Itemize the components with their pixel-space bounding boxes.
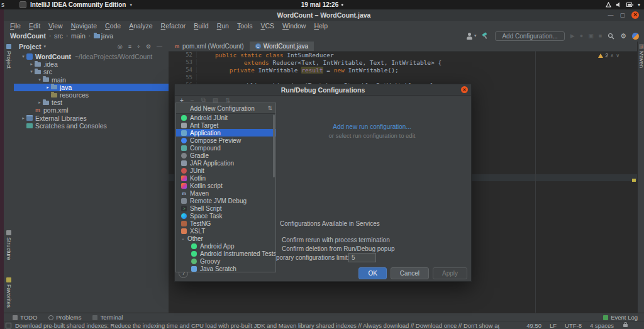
menu-vcs[interactable]: VCS — [260, 22, 274, 30]
close-button[interactable]: ✕ — [631, 11, 639, 19]
code-line[interactable]: 54 private IntWritable result = new IntW… — [169, 66, 637, 74]
config-type-testng[interactable]: TestNG — [176, 220, 275, 227]
config-type-remote-jvm-debug[interactable]: Remote JVM Debug — [176, 197, 275, 204]
add-configuration-button[interactable]: Add Configuration... — [495, 31, 564, 41]
collapse-all-icon[interactable]: ≡ — [128, 43, 131, 50]
build-hammer-icon[interactable] — [482, 32, 489, 40]
config-type-maven[interactable]: mMaven — [176, 189, 275, 197]
config-type-jar-application[interactable]: JAR Application — [176, 159, 275, 167]
dialog-titlebar[interactable]: Run/Debug Configurations ✕ — [175, 84, 471, 96]
dialog-close-button[interactable]: ✕ — [461, 86, 468, 93]
locate-icon[interactable]: ◎ — [118, 43, 123, 50]
lock-icon[interactable] — [623, 324, 628, 327]
toolwindow-switcher-icon[interactable] — [6, 323, 11, 328]
tree-item-java[interactable]: ▸java — [14, 84, 169, 91]
tree-item-test[interactable]: ▸test — [14, 99, 169, 106]
config-type-other[interactable]: ⌄Other — [176, 235, 275, 242]
config-type-kotlin-script[interactable]: Kotlin script — [176, 182, 275, 189]
config-type-space-task[interactable]: Space Task — [176, 212, 275, 220]
confirm-rerun-checkbox-label[interactable]: Confirm rerun with process termination — [282, 237, 390, 243]
code-line[interactable]: 55 — [169, 74, 637, 81]
tree-item-external-libraries[interactable]: ▸External Libraries — [14, 114, 169, 122]
panel-settings-gear-icon[interactable]: ⚙ — [146, 43, 151, 50]
menu-window[interactable]: Window — [282, 22, 306, 30]
config-type-kotlin[interactable]: Kotlin — [176, 174, 275, 182]
settings-gear-icon[interactable]: ⚙ — [620, 33, 626, 40]
event-log-button[interactable]: Event Log — [603, 314, 644, 321]
tree-item-src[interactable]: ▾src — [14, 68, 169, 75]
services-option-label[interactable]: Configurations Available in Services — [280, 220, 380, 227]
toolwindow-tab-project[interactable]: Project — [6, 44, 12, 69]
config-type-groovy[interactable]: Groovy — [176, 257, 275, 265]
config-type-xslt[interactable]: XSLT — [176, 227, 275, 235]
editor-tab-pom-xml-wordcount[interactable]: mpom.xml (WordCount) — [169, 42, 250, 51]
ok-button[interactable]: OK — [358, 267, 386, 279]
system-tray[interactable]: ▾ — [606, 2, 644, 8]
toolwindow-button-problems[interactable]: Problems — [48, 314, 81, 321]
config-type-compose-preview[interactable]: Compose Preview — [176, 137, 275, 144]
menu-file[interactable]: File — [10, 22, 21, 30]
menu-code[interactable]: Code — [105, 22, 121, 30]
config-type-junit[interactable]: JUnit — [176, 167, 275, 174]
confirm-deletion-checkbox-label[interactable]: Confirm deletion from Run/Debug popup — [282, 245, 395, 252]
menu-refactor[interactable]: Refactor — [161, 22, 186, 30]
toolwindow-button-todo[interactable]: TODO — [13, 314, 37, 321]
config-type-android-junit[interactable]: Android JUnit — [176, 114, 275, 121]
user-menu[interactable]: ▾ — [466, 33, 477, 40]
hide-panel-icon[interactable]: — — [157, 43, 162, 50]
crumb-java[interactable]: java — [94, 32, 113, 40]
menu-edit[interactable]: Edit — [29, 22, 40, 30]
project-panel-title[interactable]: Project — [19, 43, 42, 50]
avatar[interactable] — [632, 33, 639, 40]
search-icon[interactable] — [608, 33, 614, 40]
encoding[interactable]: UTF-8 — [565, 322, 582, 329]
config-type-ant-target[interactable]: Ant Target — [176, 121, 275, 129]
config-type-gradle[interactable]: Gradle — [176, 152, 275, 159]
maximize-button[interactable]: ▢ — [619, 13, 625, 18]
toolwindow-tab-maven[interactable]: m Maven — [638, 44, 644, 68]
config-type-shell-script[interactable]: >Shell Script — [176, 204, 275, 212]
toolwindow-button-terminal[interactable]: Terminal — [92, 314, 123, 321]
line-ending[interactable]: LF — [550, 322, 557, 329]
clock[interactable]: 19 mai 12:26 — [301, 1, 343, 8]
config-type-java-scratch[interactable]: Java Scratch — [176, 265, 275, 272]
crumb-main[interactable]: main — [71, 32, 86, 40]
config-type-application[interactable]: Application — [176, 129, 275, 137]
error-stripe-mark[interactable] — [632, 179, 636, 182]
menu-run[interactable]: Run — [217, 22, 229, 30]
popup-sort-icon[interactable]: ⇅ — [267, 105, 272, 111]
add-new-run-configuration-link[interactable]: Add new run configuration... — [275, 123, 469, 130]
next-warning-icon[interactable]: ∨ — [616, 53, 619, 59]
cancel-button[interactable]: Cancel — [391, 267, 429, 279]
crumb-wordcount[interactable]: WordCount — [10, 32, 46, 40]
prev-warning-icon[interactable]: ∧ — [610, 53, 614, 59]
config-type-compound[interactable]: Compound — [176, 144, 275, 152]
apply-button[interactable]: Apply — [433, 267, 467, 279]
tree-item-resources[interactable]: resources — [14, 91, 169, 99]
activities-fragment[interactable]: s — [1, 1, 4, 8]
editor-tab-wordcount-java[interactable]: CWordCount.java — [250, 42, 314, 51]
menu-help[interactable]: Help — [314, 22, 328, 30]
code-line[interactable]: 53 extends Reducer<Text, IntWritable, Te… — [169, 59, 637, 66]
menu-tools[interactable]: Tools — [237, 22, 253, 30]
menu-analyze[interactable]: Analyze — [129, 22, 152, 30]
temporary-configurations-limit-input[interactable] — [348, 253, 376, 262]
menu-build[interactable]: Build — [194, 22, 208, 30]
minimize-button[interactable]: — — [608, 13, 613, 18]
app-menu[interactable]: IntelliJ IDEA Community Edition — [30, 1, 126, 8]
expand-options-icon[interactable]: ÷ — [137, 43, 140, 50]
popup-scrollbar[interactable] — [273, 114, 275, 177]
menu-view[interactable]: View — [48, 22, 63, 30]
caret-position[interactable]: 49:50 — [526, 322, 541, 329]
tree-item-idea[interactable]: ▸.idea — [14, 60, 169, 68]
inspection-widget[interactable]: 2 ∧ ∨ — [598, 52, 619, 59]
menu-navigate[interactable]: Navigate — [71, 22, 97, 30]
code-line[interactable]: 52 public static class IntSumReducer — [169, 51, 637, 59]
toolwindow-tab-structure[interactable]: Structure — [6, 230, 12, 260]
toolwindow-tab-favorites[interactable]: Favorites — [6, 277, 12, 308]
crumb-src[interactable]: src — [54, 32, 63, 40]
config-type-android-instrumented-tests[interactable]: Android Instrumented Tests — [176, 250, 275, 257]
tree-item-main[interactable]: ▾main — [14, 76, 169, 84]
config-type-android-app[interactable]: Android App — [176, 242, 275, 250]
tree-item-wordcount[interactable]: ▾WordCount~/IdeaProjects/WordCount — [14, 53, 169, 60]
